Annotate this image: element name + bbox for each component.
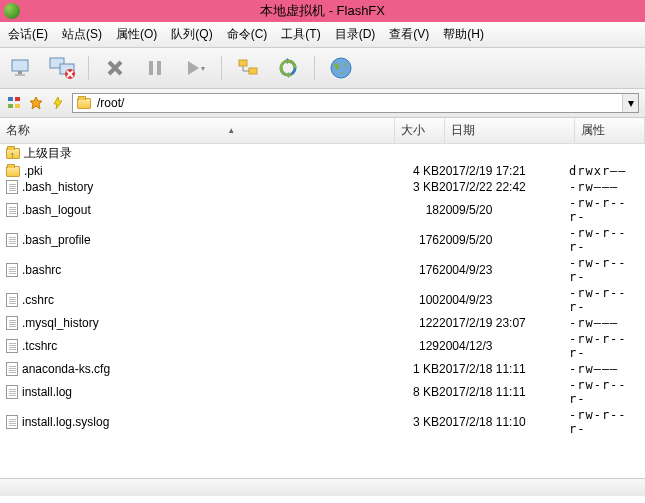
col-header-name[interactable]: 名称▲ [0, 118, 395, 143]
svg-rect-10 [249, 68, 257, 74]
file-name: .pki [24, 164, 43, 178]
file-attr: -rw-r--r- [569, 226, 639, 254]
file-date: 2009/5/20 [439, 233, 569, 247]
list-item[interactable]: .bash_history3 KB2017/2/22 22:42-rw——— [0, 179, 645, 195]
svg-rect-6 [149, 61, 153, 75]
file-icon [6, 263, 18, 277]
path-dropdown-icon[interactable]: ▾ [622, 94, 638, 112]
file-size: 100 [389, 293, 439, 307]
col-header-date[interactable]: 日期 [445, 118, 575, 143]
folder-up-icon: ↑ [6, 148, 20, 159]
svg-point-13 [331, 58, 351, 78]
file-icon [6, 293, 18, 307]
pause-icon[interactable] [141, 54, 169, 82]
menu-item[interactable]: 站点(S) [62, 26, 102, 43]
file-date: 2017/2/18 11:11 [439, 362, 569, 376]
list-item[interactable]: install.log8 KB2017/2/18 11:11-rw-r--r- [0, 377, 645, 407]
folder-tree-icon[interactable] [234, 54, 262, 82]
menu-item[interactable]: 查看(V) [389, 26, 429, 43]
list-item[interactable]: anaconda-ks.cfg1 KB2017/2/18 11:11-rw——— [0, 361, 645, 377]
path-input-wrap: ▾ [72, 93, 639, 113]
list-item[interactable]: .mysql_history1222017/2/19 23:07-rw——— [0, 315, 645, 331]
menu-item[interactable]: 命令(C) [227, 26, 268, 43]
file-date: 2017/2/19 23:07 [439, 316, 569, 330]
file-size: 3 KB [389, 180, 439, 194]
list-header: 名称▲ 大小 日期 属性 [0, 118, 645, 144]
folder-icon [77, 98, 91, 109]
file-icon [6, 316, 18, 330]
list-item[interactable]: .pki4 KB2017/2/19 17:21drwxr—— [0, 163, 645, 179]
svg-rect-15 [15, 97, 20, 101]
list-item[interactable]: .cshrc1002004/9/23-rw-r--r- [0, 285, 645, 315]
file-name: .cshrc [22, 293, 54, 307]
list-item[interactable]: .bash_profile1762009/5/20-rw-r--r- [0, 225, 645, 255]
file-attr: -rw——— [569, 316, 639, 330]
menu-item[interactable]: 属性(O) [116, 26, 157, 43]
status-bar [0, 478, 645, 496]
file-size: 4 KB [389, 164, 439, 178]
tree-view-icon[interactable] [6, 95, 22, 111]
svg-rect-0 [12, 60, 28, 71]
file-icon [6, 339, 18, 353]
svg-marker-19 [54, 97, 62, 109]
list-item[interactable]: .bashrc1762004/9/23-rw-r--r- [0, 255, 645, 285]
list-item[interactable]: .tcshrc1292004/12/3-rw-r--r- [0, 331, 645, 361]
col-header-attr[interactable]: 属性 [575, 118, 645, 143]
file-icon [6, 362, 18, 376]
file-attr: -rw-r--r- [569, 286, 639, 314]
file-date: 2017/2/18 11:11 [439, 385, 569, 399]
file-size: 176 [389, 233, 439, 247]
file-size: 176 [389, 263, 439, 277]
abort-icon[interactable] [101, 54, 129, 82]
parent-dir-row[interactable]: ↑上级目录 [0, 144, 645, 163]
list-item[interactable]: .bash_logout182009/5/20-rw-r--r- [0, 195, 645, 225]
refresh-icon[interactable] [274, 54, 302, 82]
col-header-size[interactable]: 大小 [395, 118, 445, 143]
path-input[interactable] [95, 94, 622, 112]
main-toolbar: ▾ [0, 48, 645, 89]
svg-rect-14 [8, 97, 13, 101]
file-icon [6, 385, 18, 399]
folder-icon [6, 166, 20, 177]
lightning-icon[interactable] [50, 95, 66, 111]
globe-icon[interactable] [327, 54, 355, 82]
menu-item[interactable]: 工具(T) [281, 26, 320, 43]
favorite-icon[interactable] [28, 95, 44, 111]
file-icon [6, 415, 18, 429]
svg-rect-9 [239, 60, 247, 66]
connect-local-icon[interactable] [8, 54, 36, 82]
svg-rect-2 [15, 74, 25, 76]
file-date: 2004/9/23 [439, 293, 569, 307]
menu-item[interactable]: 目录(D) [335, 26, 376, 43]
file-name: anaconda-ks.cfg [22, 362, 110, 376]
file-date: 2017/2/22 22:42 [439, 180, 569, 194]
file-attr: -rw——— [569, 362, 639, 376]
file-name: .mysql_history [22, 316, 99, 330]
file-attr: drwxr—— [569, 164, 639, 178]
menu-item[interactable]: 队列(Q) [171, 26, 212, 43]
file-size: 1 KB [389, 362, 439, 376]
svg-rect-17 [15, 104, 20, 108]
parent-dir-label: 上级目录 [24, 145, 72, 162]
file-name: .tcshrc [22, 339, 57, 353]
file-icon [6, 180, 18, 194]
file-size: 122 [389, 316, 439, 330]
file-size: 18 [389, 203, 439, 217]
title-bar: 本地虚拟机 - FlashFX [0, 0, 645, 22]
play-icon[interactable]: ▾ [181, 54, 209, 82]
address-bar: ▾ [0, 89, 645, 118]
file-attr: -rw——— [569, 180, 639, 194]
file-date: 2004/9/23 [439, 263, 569, 277]
file-date: 2009/5/20 [439, 203, 569, 217]
file-date: 2004/12/3 [439, 339, 569, 353]
disconnect-icon[interactable] [48, 54, 76, 82]
file-size: 129 [389, 339, 439, 353]
file-name: .bashrc [22, 263, 61, 277]
menu-item[interactable]: 帮助(H) [443, 26, 484, 43]
menu-item[interactable]: 会话(E) [8, 26, 48, 43]
menu-bar: 会话(E)站点(S)属性(O)队列(Q)命令(C)工具(T)目录(D)查看(V)… [0, 22, 645, 48]
sort-arrow-icon: ▲ [227, 126, 235, 135]
file-attr: -rw-r--r- [569, 256, 639, 284]
file-attr: -rw-r--r- [569, 378, 639, 406]
list-item[interactable]: install.log.syslog3 KB2017/2/18 11:10-rw… [0, 407, 645, 437]
